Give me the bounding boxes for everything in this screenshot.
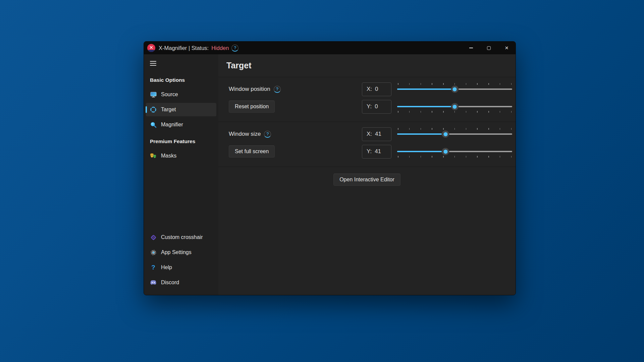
masks-icon [150, 153, 157, 159]
editor-section: Open Interactive Editor [218, 167, 516, 186]
window-size-section: Window size ? X: 41 [218, 122, 516, 167]
position-x-slider[interactable] [397, 82, 512, 97]
sidebar-item-label: Masks [161, 153, 176, 159]
slider-ticks [398, 156, 512, 158]
window-controls: ✕ [462, 42, 516, 54]
sidebar-section-premium-features: Premium Features [150, 138, 218, 144]
slider-ticks [398, 128, 512, 130]
window-size-label: Window size [229, 131, 261, 137]
sidebar-item-label: Target [161, 107, 176, 113]
position-x-value: 0 [375, 86, 378, 93]
size-x-label: X: [367, 131, 372, 137]
crosshair-icon [150, 106, 157, 113]
size-y-value: 41 [375, 148, 381, 155]
menu-toggle-button[interactable] [147, 58, 159, 68]
window-title: X-Magnifier | Status: Hidden ? [159, 45, 238, 52]
gear-icon [150, 249, 157, 256]
status-help-button[interactable]: ? [231, 45, 238, 52]
window-position-help-button[interactable]: ? [274, 86, 281, 93]
title-bar: ✕ X-Magnifier | Status: Hidden ? ✕ [144, 42, 516, 54]
sidebar-item-custom-crosshair[interactable]: Custom crosshair [146, 231, 216, 244]
minimize-button[interactable] [462, 42, 480, 54]
slider-thumb[interactable] [451, 103, 459, 111]
sidebar-item-masks[interactable]: Masks [146, 149, 216, 163]
title-label: X-Magnifier | Status: [159, 45, 209, 51]
sidebar-item-label: Source [161, 92, 178, 98]
maximize-icon [487, 46, 491, 50]
position-y-slider[interactable] [397, 99, 512, 114]
window-position-section: Window position ? X: 0 [218, 77, 516, 122]
position-y-label: Y: [367, 103, 372, 110]
status-value: Hidden [211, 45, 229, 51]
sidebar-item-app-settings[interactable]: App Settings [146, 246, 216, 259]
size-y-label: Y: [367, 148, 372, 155]
app-logo-icon: ✕ [147, 44, 155, 52]
sidebar-item-source[interactable]: Source [146, 88, 216, 101]
sidebar-item-label: App Settings [161, 249, 192, 255]
slider-thumb[interactable] [442, 148, 449, 156]
size-x-input[interactable]: X: 41 [362, 127, 391, 141]
window-size-help-button[interactable]: ? [264, 131, 271, 138]
sidebar-item-label: Help [161, 264, 172, 270]
sidebar-item-target[interactable]: Target [146, 103, 216, 116]
sidebar-item-help[interactable]: ? Help [146, 261, 216, 274]
app-window: ✕ X-Magnifier | Status: Hidden ? ✕ Basic… [144, 41, 516, 295]
open-interactive-editor-button[interactable]: Open Interactive Editor [333, 174, 400, 186]
slider-ticks [398, 83, 512, 85]
sidebar: Basic Options Source [144, 54, 218, 295]
slider-fill [397, 133, 445, 135]
size-y-slider[interactable] [397, 144, 512, 159]
sidebar-item-label: Magnifier [161, 122, 183, 128]
slider-fill [397, 88, 455, 90]
slider-ticks [398, 111, 512, 113]
question-icon: ? [150, 264, 157, 271]
minimize-icon [469, 48, 473, 48]
sidebar-section-basic-options: Basic Options [150, 77, 218, 83]
close-button[interactable]: ✕ [498, 42, 516, 54]
set-full-screen-button[interactable]: Set full screen [229, 145, 275, 158]
main-header: Target [218, 54, 516, 77]
discord-icon [150, 279, 157, 286]
magnifier-icon [150, 121, 157, 128]
maximize-button[interactable] [480, 42, 498, 54]
sidebar-item-magnifier[interactable]: Magnifier [146, 118, 216, 131]
size-y-input[interactable]: Y: 41 [362, 145, 391, 159]
sidebar-spacer [144, 164, 218, 231]
slider-fill [397, 151, 445, 152]
slider-fill [397, 106, 455, 107]
diamond-crosshair-icon [150, 234, 157, 241]
size-x-slider[interactable] [397, 127, 512, 141]
slider-thumb[interactable] [451, 85, 459, 93]
position-y-input[interactable]: Y: 0 [362, 100, 391, 114]
reset-position-button[interactable]: Reset position [229, 101, 275, 113]
close-icon: ✕ [505, 46, 509, 50]
main-content: Target Window position ? X: 0 [218, 54, 516, 295]
page-title: Target [226, 61, 252, 70]
monitor-icon [150, 91, 157, 98]
window-position-label: Window position [229, 86, 270, 93]
slider-thumb[interactable] [442, 130, 449, 138]
sidebar-item-label: Discord [161, 280, 179, 286]
position-y-value: 0 [375, 103, 378, 110]
sidebar-item-discord[interactable]: Discord [146, 276, 216, 289]
position-x-input[interactable]: X: 0 [362, 82, 391, 96]
sidebar-item-label: Custom crosshair [161, 234, 203, 240]
size-x-value: 41 [375, 131, 381, 137]
position-x-label: X: [367, 86, 372, 93]
